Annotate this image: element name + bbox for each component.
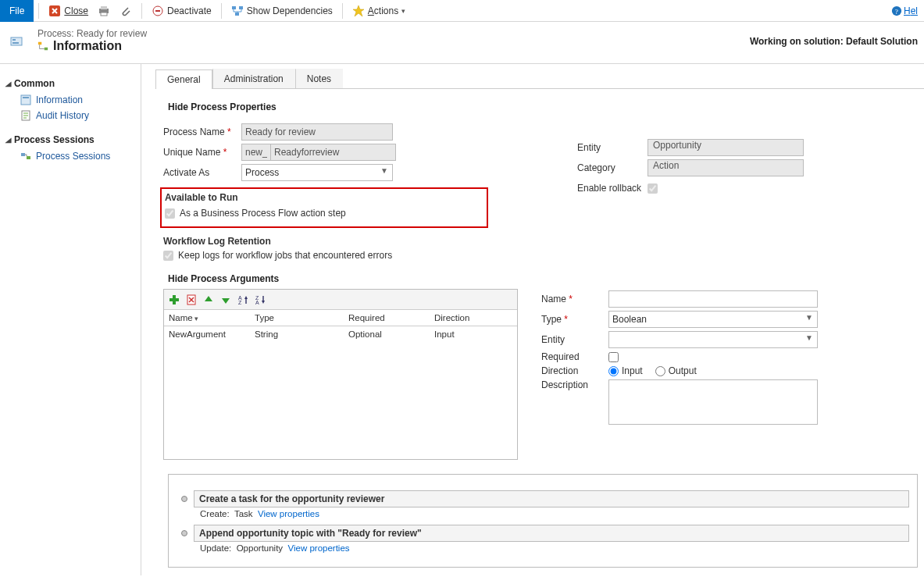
- svg-rect-29: [245, 298, 246, 304]
- process-name-input[interactable]: [241, 123, 393, 141]
- svg-rect-20: [27, 156, 30, 159]
- close-button[interactable]: Close: [44, 0, 93, 22]
- bpf-action-step-label: As a Business Process Flow action step: [180, 208, 346, 219]
- cell-type: String: [250, 326, 344, 342]
- chevron-down-icon: ▼: [380, 166, 388, 175]
- arguments-grid-body: NewArgument String Optional Input: [164, 326, 517, 459]
- nav-item-label: Process Sessions: [36, 151, 110, 162]
- workflow-steps: Create a task for the opportunity review…: [168, 474, 918, 568]
- tab-notes[interactable]: Notes: [295, 69, 343, 88]
- section-process-arguments[interactable]: Hide Process Arguments: [163, 273, 924, 284]
- entity-value: Opportunity: [648, 139, 804, 156]
- arg-entity-select[interactable]: [608, 331, 818, 348]
- step-bullet-icon: [181, 530, 187, 536]
- col-direction[interactable]: Direction: [430, 310, 508, 326]
- activate-as-select[interactable]: [241, 164, 393, 181]
- file-menu-button[interactable]: File: [0, 0, 34, 22]
- svg-marker-24: [205, 296, 212, 301]
- svg-rect-19: [21, 153, 25, 156]
- toolbar-separator: [342, 3, 343, 19]
- arguments-toolbar: AZ ZA: [164, 290, 517, 310]
- sort-asc-icon[interactable]: AZ: [237, 294, 248, 305]
- arg-desc-label: Description: [541, 379, 608, 390]
- svg-rect-6: [239, 6, 243, 9]
- arg-type-select[interactable]: [608, 311, 818, 328]
- keep-logs-label: Keep logs for workflow jobs that encount…: [178, 250, 392, 261]
- help-link[interactable]: ? HelHelp: [891, 5, 924, 16]
- cell-direction: Input: [430, 326, 508, 342]
- arg-name-label: Name: [541, 294, 608, 304]
- unique-name-input[interactable]: [271, 144, 396, 161]
- svg-rect-17: [23, 97, 29, 98]
- process-name-label: Process Name: [163, 126, 241, 137]
- arguments-grid-row[interactable]: NewArgument String Optional Input: [164, 326, 517, 342]
- arg-required-label: Required: [541, 351, 608, 362]
- svg-rect-13: [12, 42, 19, 44]
- toolbar-separator: [221, 3, 222, 19]
- arg-entity-label: Entity: [541, 334, 608, 345]
- step-detail: Create: Task View properties: [177, 507, 909, 525]
- deactivate-icon: [152, 5, 164, 17]
- svg-rect-2: [101, 6, 107, 9]
- nav-item-label: Information: [36, 94, 83, 105]
- page-header: Process: Ready for review Information Wo…: [0, 22, 924, 64]
- direction-input-radio[interactable]: Input: [608, 365, 643, 376]
- arg-name-input[interactable]: [608, 290, 818, 308]
- col-required[interactable]: Required: [344, 310, 430, 326]
- svg-text:?: ?: [895, 7, 898, 15]
- direction-output-radio[interactable]: Output: [655, 365, 697, 376]
- svg-marker-33: [262, 301, 265, 304]
- step-title[interactable]: Create a task for the opportunity review…: [194, 490, 909, 507]
- show-dependencies-button[interactable]: Show Dependencies: [227, 0, 337, 22]
- keep-logs-checkbox[interactable]: [163, 251, 173, 261]
- delete-icon[interactable]: [186, 294, 197, 305]
- col-type[interactable]: Type: [250, 310, 344, 326]
- deactivate-button[interactable]: Deactivate: [147, 0, 216, 22]
- move-up-icon[interactable]: [203, 294, 214, 305]
- actions-menu-button[interactable]: AActionsctions ▾: [348, 0, 410, 22]
- nav-item-audit-history[interactable]: Audit History: [6, 108, 134, 123]
- sort-desc-icon[interactable]: ZA: [255, 294, 266, 305]
- nav-group-common[interactable]: Common: [6, 78, 134, 89]
- workflow-icon: [37, 41, 48, 52]
- actions-icon: [352, 5, 365, 17]
- paperclip-icon: [120, 5, 132, 17]
- bpf-action-step-checkbox[interactable]: [165, 208, 175, 219]
- svg-rect-16: [21, 95, 30, 105]
- file-label: File: [9, 5, 24, 16]
- arguments-grid-header: Name Type Required Direction: [164, 310, 517, 326]
- step-title[interactable]: Append opportunity topic with "Ready for…: [194, 525, 909, 542]
- save-and-close-button[interactable]: [93, 0, 115, 22]
- svg-rect-15: [45, 48, 48, 51]
- arg-required-checkbox[interactable]: [608, 352, 619, 362]
- tab-general[interactable]: General: [155, 69, 212, 89]
- printer-icon: [98, 5, 110, 17]
- add-icon[interactable]: [169, 294, 180, 305]
- step-row[interactable]: Create a task for the opportunity review…: [177, 490, 909, 507]
- left-nav: Common Information Audit History Process…: [0, 64, 141, 575]
- nav-group-process-sessions[interactable]: Process Sessions: [6, 134, 134, 145]
- entity-label: Entity: [577, 142, 648, 153]
- svg-text:A: A: [255, 300, 259, 305]
- cell-required: Optional: [344, 326, 430, 342]
- nav-item-process-sessions[interactable]: Process Sessions: [6, 148, 134, 164]
- tab-administration[interactable]: Administration: [212, 69, 295, 88]
- view-properties-link[interactable]: View properties: [288, 543, 350, 553]
- form-tabs: General Administration Notes: [155, 69, 924, 89]
- sessions-icon: [20, 151, 31, 162]
- col-name[interactable]: Name: [164, 310, 250, 326]
- enable-rollback-label: Enable rollback: [577, 183, 648, 194]
- svg-marker-25: [222, 298, 230, 304]
- nav-item-information[interactable]: Information: [6, 92, 134, 108]
- attach-button[interactable]: [115, 0, 137, 22]
- view-properties-link[interactable]: View properties: [258, 509, 319, 518]
- actions-label: AActionsctions: [368, 5, 398, 16]
- step-row[interactable]: Append opportunity topic with "Ready for…: [177, 525, 909, 542]
- enable-rollback-checkbox[interactable]: [648, 183, 658, 194]
- solution-context-label: Working on solution: Default Solution: [750, 36, 918, 47]
- section-process-properties[interactable]: Hide Process Properties: [163, 101, 924, 112]
- move-down-icon[interactable]: [220, 294, 231, 305]
- argument-form: Name Type ▼ Entity ▼: [541, 289, 826, 460]
- arg-desc-input[interactable]: [608, 379, 818, 425]
- arg-direction-label: Direction: [541, 365, 608, 376]
